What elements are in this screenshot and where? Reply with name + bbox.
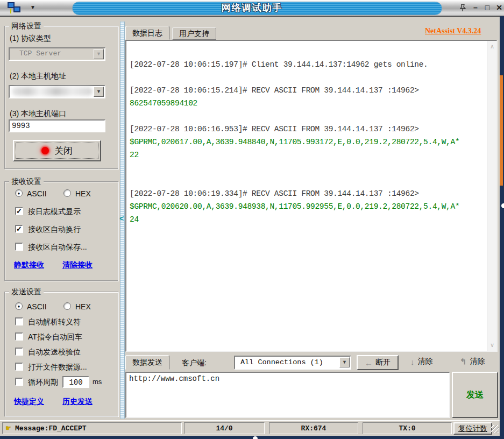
clear-receive-button[interactable]: ↓ 清除 [410, 357, 433, 366]
silent-receive-link[interactable]: 静默接收 [14, 260, 44, 270]
history-send-link[interactable]: 历史发送 [62, 397, 93, 407]
disconnect-label: 断开 [375, 358, 391, 367]
pin-icon[interactable] [458, 4, 467, 12]
log-line [130, 47, 484, 60]
log-line: 24 [130, 215, 484, 228]
status-message-panel: ☛ Message:FD_ACCEPT [2, 422, 182, 434]
log-line: 862547059894102 [130, 99, 484, 112]
log-line [130, 112, 484, 125]
maximize-button[interactable]: □ [482, 2, 493, 13]
collapse-left-icon[interactable]: < [119, 214, 124, 223]
log-line: 22 [130, 151, 484, 164]
receive-settings-title: 接收设置 [9, 177, 44, 187]
tab-user-support[interactable]: 用户支持 [172, 27, 216, 40]
chevron-down-icon[interactable]: ▼ [339, 357, 350, 367]
window-title: 网络调试助手 [0, 2, 504, 14]
netassist-version-link[interactable]: NetAssist V4.3.24 [425, 27, 481, 36]
auto-checksum-checkbox[interactable] [15, 348, 23, 356]
tab-data-send[interactable]: 数据发送 [125, 355, 169, 370]
status-bar: ☛ Message:FD_ACCEPT 14/0 RX:674 TX:0 复位计… [0, 420, 504, 436]
protocol-type-select[interactable]: TCP Server ▼ [9, 47, 105, 61]
disconnect-button[interactable]: ← 断开 [357, 355, 399, 370]
send-hex-radio[interactable] [63, 302, 71, 310]
clear-send-button[interactable]: ↰ 清除 [460, 357, 485, 366]
status-led-icon [41, 147, 49, 154]
cycle-interval-input[interactable]: 100 [62, 376, 89, 388]
clear-receive-label: 清除 [418, 357, 433, 366]
send-hex-label: HEX [75, 302, 91, 311]
log-scrollbar[interactable]: ∧ ∨ [487, 41, 496, 351]
at-cr-checkbox[interactable] [15, 332, 23, 341]
log-mode-label: 按日志模式显示 [28, 207, 81, 217]
send-ascii-radio[interactable]: ● [15, 302, 23, 310]
chevron-down-icon[interactable]: ▼ [94, 87, 104, 97]
send-settings-title: 发送设置 [9, 287, 44, 297]
log-mode-checkbox[interactable]: ✓ [15, 207, 23, 215]
scroll-down-icon[interactable]: ∨ [487, 342, 497, 349]
auto-wrap-checkbox[interactable]: ✓ [15, 225, 23, 233]
cycle-label: 循环周期 [28, 378, 58, 387]
log-line: $GPRMC,020620.00,A,3639.948938,N,11705.9… [130, 202, 484, 215]
host-port-label: (3) 本地主机端口 [10, 109, 66, 119]
status-message: Message:FD_ACCEPT [15, 424, 87, 433]
file-source-checkbox[interactable] [15, 363, 23, 371]
shortcut-define-link[interactable]: 快捷定义 [14, 397, 44, 407]
panel-splitter[interactable]: < [120, 22, 125, 419]
close-connection-label: 关闭 [54, 145, 73, 157]
log-line: [2022-07-28 10:06:15.214]# RECV ASCII FR… [130, 86, 484, 99]
background-scrollbar-strip [500, 75, 503, 186]
send-input-area[interactable]: http://www.cmsoft.cn [125, 372, 450, 418]
client-label: 客户端: [182, 358, 207, 368]
title-bar: ▼ 网络调试助手 – □ ✕ [0, 0, 504, 17]
log-line: [2022-07-28 10:06:16.953]# RECV ASCII FR… [130, 125, 484, 138]
log-line [130, 176, 484, 189]
host-port-input[interactable]: 9993 [9, 119, 105, 132]
cycle-checkbox[interactable] [15, 378, 23, 386]
close-connection-button[interactable]: 关闭 [13, 140, 101, 161]
send-button[interactable]: 发送 [452, 372, 498, 418]
resize-grip[interactable] [491, 425, 499, 433]
chevron-down-icon[interactable]: ▼ [94, 49, 104, 59]
reset-counter-button[interactable]: 复位计数 [453, 422, 492, 435]
auto-save-checkbox[interactable] [15, 243, 23, 251]
close-button[interactable]: ✕ [494, 2, 504, 13]
auto-escape-checkbox[interactable] [15, 317, 23, 325]
auto-save-label: 接收区自动保存... [28, 243, 87, 252]
app-window: ▼ 网络调试助手 – □ ✕ 网络设置 (1) 协议类型 TCP Server … [0, 0, 504, 439]
receive-hex-radio[interactable] [63, 189, 71, 197]
file-source-label: 打开文件数据源... [28, 363, 87, 372]
send-ascii-label: ASCII [27, 302, 47, 311]
cycle-unit-label: ms [93, 378, 102, 386]
auto-checksum-label: 自动发送校验位 [28, 348, 81, 357]
pointing-hand-icon: ☛ [6, 423, 11, 434]
scroll-up-icon[interactable]: ∧ [487, 43, 497, 50]
log-output-area[interactable]: [2022-07-28 10:06:15.197]# Client 39.144… [125, 40, 498, 352]
network-settings-title: 网络设置 [9, 22, 44, 31]
send-input-value: http://www.cmsoft.cn [129, 374, 219, 383]
auto-escape-label: 自动解析转义符 [28, 317, 81, 327]
log-line: $GPRMC,020617.00,A,3639.948840,N,11705.9… [130, 138, 484, 151]
clear-receive-link[interactable]: 清除接收 [62, 260, 93, 270]
tx-counter-panel: TX:0 [363, 422, 452, 434]
log-line: [2022-07-28 10:06:19.334]# RECV ASCII FR… [130, 189, 484, 202]
connection-counter-panel: 14/0 [184, 422, 265, 434]
minimize-button[interactable]: – [470, 2, 481, 13]
host-address-select[interactable]: ▼ [9, 85, 105, 98]
rx-counter-panel: RX:674 [269, 422, 358, 434]
auto-wrap-label: 接收区自动换行 [28, 225, 81, 235]
at-cr-label: AT指令自动回车 [28, 332, 82, 342]
receive-hex-label: HEX [75, 189, 91, 198]
protocol-type-label: (1) 协议类型 [10, 34, 51, 44]
disconnect-arrow-icon: ← [365, 358, 373, 367]
edge-handle-right[interactable] [501, 203, 504, 208]
window-bottom-edge [0, 436, 504, 439]
connection-select[interactable]: All Connections (1) ▼ [234, 356, 351, 370]
tab-data-log[interactable]: 数据日志 [125, 26, 169, 40]
host-address-label: (2) 本地主机地址 [10, 72, 66, 81]
edge-handle-bottom[interactable] [253, 436, 258, 439]
clear-receive-arrow-icon: ↓ [410, 357, 415, 366]
receive-ascii-radio[interactable]: ● [15, 189, 23, 197]
log-line [130, 164, 484, 176]
log-lines: [2022-07-28 10:06:15.197]# Client 39.144… [130, 47, 484, 228]
clear-send-label: 清除 [470, 357, 485, 366]
